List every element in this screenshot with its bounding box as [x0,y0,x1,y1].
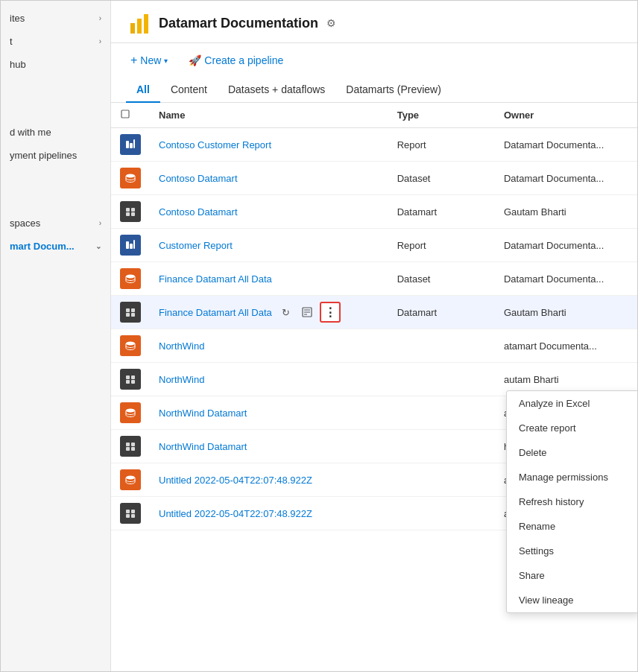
sidebar-item-hub[interactable]: hub [1,53,110,76]
datamart-icon [120,369,141,390]
sidebar-item-label: spaces [10,218,40,229]
more-actions-button[interactable]: ⋮ [320,302,341,323]
settings-icon[interactable]: ⚙ [324,16,338,30]
svg-rect-12 [131,212,135,216]
item-name-link[interactable]: NorthWind [159,340,204,352]
sidebar-item-workspaces[interactable]: spaces › [1,212,110,235]
item-name-link[interactable]: Finance Datamart All Data [159,307,272,318]
tab-all[interactable]: All [126,77,160,103]
item-name-link[interactable]: NorthWind [159,374,204,385]
sidebar-item-workspace-active[interactable]: mart Docum... ⌄ [1,235,110,258]
svg-point-16 [126,275,135,279]
row-icon-cell [111,229,150,262]
item-name-link[interactable]: Contoso Datamart [159,206,238,218]
item-type-cell: Dataset [388,162,495,195]
svg-rect-3 [130,23,135,34]
context-menu: Analyze in Excel Create report Delete Ma… [506,390,637,613]
report-icon [120,134,141,155]
report-icon [120,235,141,256]
dataset-icon [120,469,141,490]
row-actions: ↻ ⋮ [278,302,341,323]
svg-rect-9 [126,208,130,212]
context-menu-item-refresh-history[interactable]: Refresh history [507,489,637,514]
tab-content[interactable]: Content [160,77,218,103]
svg-rect-20 [131,313,135,317]
sidebar-item-label: mart Docum... [10,241,75,252]
context-menu-item-settings[interactable]: Settings [507,539,637,563]
item-name-cell: NorthWind Datamart [150,396,388,430]
row-icon-cell [111,296,150,329]
tab-datasets[interactable]: Datasets + dataflows [218,77,335,103]
row-icon-cell [111,463,150,497]
row-icon-cell [111,396,150,430]
item-type-cell: Report [388,128,495,162]
context-menu-item-view-lineage[interactable]: View lineage [507,588,637,612]
svg-rect-5 [126,141,129,148]
svg-rect-13 [126,241,129,249]
table-row: Contoso Datamart Dataset Datamart Docume… [111,162,637,195]
datamart-icon [120,503,141,524]
sidebar: ites › t › hub d with me yment pipelines… [1,1,111,671]
sidebar-item-favorites[interactable]: ites › [1,7,110,30]
toolbar: + New ▾ 🚀 Create a pipeline [111,43,637,77]
create-pipeline-button[interactable]: 🚀 Create a pipeline [184,51,288,69]
context-menu-item-manage-permissions[interactable]: Manage permissions [507,465,637,489]
svg-rect-29 [131,380,135,384]
item-type-cell: Datamart [388,195,495,229]
context-menu-item-analyze[interactable]: Analyze in Excel [507,391,637,416]
new-button[interactable]: + New ▾ [126,51,172,70]
context-menu-item-delete[interactable]: Delete [507,440,637,465]
item-owner-cell: Datamart Documenta... [495,229,637,262]
item-name-link[interactable]: Contoso Datamart [159,173,238,184]
sidebar-item-recent[interactable]: t › [1,30,110,53]
chevron-down-icon: ▾ [164,57,168,65]
refresh-action-icon[interactable]: ↻ [278,304,294,320]
item-name-link[interactable]: Finance Datamart All Data [159,273,272,285]
context-menu-item-share[interactable]: Share [507,563,637,588]
svg-point-30 [126,409,135,413]
tab-datamarts[interactable]: Datamarts (Preview) [335,77,452,103]
query-action-icon[interactable] [299,304,315,320]
sidebar-item-label: yment pipelines [10,150,77,161]
item-type-cell [388,463,495,497]
item-name-link[interactable]: Untitled 2022-05-04T22:07:48.922Z [159,475,312,486]
chevron-right-icon: › [99,219,101,227]
workspace-title: Datamart Documentation [159,16,318,31]
item-owner-cell: Datamart Documenta... [495,128,637,162]
context-menu-item-create-report[interactable]: Create report [507,416,637,440]
item-name-link[interactable]: Contoso Customer Report [159,139,271,150]
svg-rect-14 [130,244,133,249]
svg-rect-33 [126,447,130,451]
table-row-highlighted: Finance Datamart All Data ↻ ⋮ Datamart G… [111,296,637,329]
sidebar-item-pipelines[interactable]: yment pipelines [1,144,110,167]
item-name-cell: Contoso Datamart [150,195,388,229]
item-name-link[interactable]: Customer Report [159,240,233,251]
table-row: Contoso Customer Report Report Datamart … [111,128,637,162]
svg-rect-2 [144,14,148,34]
item-owner-cell: Datamart Documenta... [495,262,637,296]
item-name-cell: Contoso Customer Report [150,128,388,162]
item-name-link[interactable]: NorthWind Datamart [159,408,247,419]
sidebar-item-label: t [10,36,13,47]
svg-rect-17 [126,308,130,312]
item-type-cell: Report [388,229,495,262]
svg-rect-1 [137,19,142,34]
row-icon-cell [111,128,150,162]
item-name-cell: NorthWind [150,329,388,363]
item-type-cell [388,363,495,396]
svg-rect-26 [126,375,130,379]
item-name-cell: NorthWind [150,363,388,396]
svg-rect-27 [131,375,135,379]
row-icon-cell [111,430,150,463]
svg-rect-39 [131,514,135,518]
item-owner-cell: Datamart Documenta... [495,162,637,195]
item-name-link[interactable]: Untitled 2022-05-04T22:07:48.922Z [159,508,312,519]
item-name-cell: Contoso Datamart [150,162,388,195]
chevron-right-icon: › [99,37,101,45]
context-menu-item-rename[interactable]: Rename [507,514,637,539]
svg-rect-10 [131,208,135,212]
svg-rect-38 [126,514,130,518]
plus-icon: + [130,54,137,67]
sidebar-item-shared[interactable]: d with me [1,121,110,144]
item-name-link[interactable]: NorthWind Datamart [159,441,247,452]
